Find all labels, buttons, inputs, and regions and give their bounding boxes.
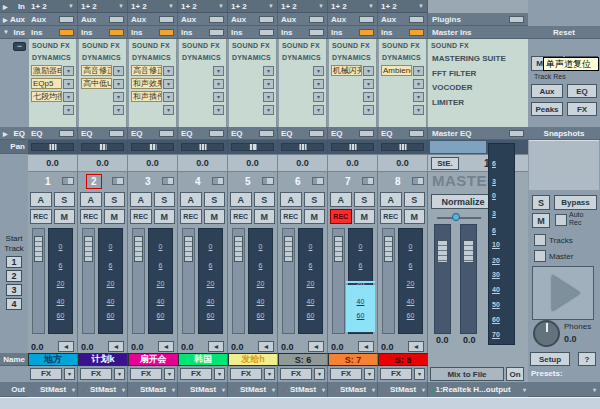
- sound-fx-header[interactable]: SOUND FX: [379, 40, 426, 52]
- chevron-down-icon[interactable]: ▾: [213, 105, 224, 115]
- plugin-slot[interactable]: ▾: [329, 103, 376, 116]
- channel-mini-toggle[interactable]: [162, 177, 174, 185]
- solo-button[interactable]: S: [404, 192, 426, 207]
- chevron-down-icon[interactable]: ▾: [164, 368, 175, 380]
- aux-toggle[interactable]: [159, 16, 174, 23]
- channel-mini-toggle[interactable]: [262, 177, 274, 185]
- input-routing-select[interactable]: 1+ 2 ▼: [178, 0, 228, 13]
- chevron-down-icon[interactable]: ▾: [64, 368, 75, 380]
- chevron-down-icon[interactable]: ▾: [263, 66, 274, 76]
- pan-handle[interactable]: [299, 144, 306, 150]
- chevron-down-icon[interactable]: ▾: [114, 368, 125, 380]
- plugin-slot[interactable]: ▾: [179, 103, 226, 116]
- plugin-slot[interactable]: ▾: [179, 77, 226, 90]
- volume-fader[interactable]: [182, 228, 195, 334]
- channel-mini-toggle[interactable]: [412, 177, 424, 185]
- channel-number[interactable]: 3: [140, 174, 156, 189]
- chevron-down-icon[interactable]: ▾: [113, 79, 124, 89]
- master-plugin-item[interactable]: FFT FILTER: [428, 67, 528, 82]
- mix-to-file-button[interactable]: Mix to File: [430, 367, 504, 381]
- master-fader-right[interactable]: [460, 224, 477, 334]
- input-routing-select[interactable]: 1+ 2 ▼: [228, 0, 278, 13]
- plugin-slot[interactable]: ▾: [329, 90, 376, 103]
- record-button[interactable]: REC: [230, 209, 252, 224]
- fader-handle[interactable]: [284, 236, 293, 262]
- plugin-slot[interactable]: 七段均衡 ▾: [29, 90, 76, 103]
- dynamics-header[interactable]: DYNAMICS: [129, 52, 176, 64]
- master-plugin-item[interactable]: MASTERING SUITE: [428, 52, 528, 67]
- input-routing-select[interactable]: 1+ 2 ▼: [28, 0, 78, 13]
- plugin-slot[interactable]: EQp5 ▾: [29, 77, 76, 90]
- arm-button[interactable]: A: [30, 192, 52, 207]
- volume-fader[interactable]: [82, 228, 95, 334]
- volume-fader[interactable]: [332, 228, 345, 334]
- arm-button[interactable]: A: [330, 192, 352, 207]
- pan-slider[interactable]: [281, 143, 324, 151]
- master-mute-button[interactable]: M: [532, 213, 550, 228]
- arm-button[interactable]: A: [280, 192, 302, 207]
- plugin-slot[interactable]: 激励器B ▾: [29, 64, 76, 77]
- fader-handle[interactable]: [134, 236, 143, 262]
- master-solo-button[interactable]: S: [532, 195, 550, 210]
- setup-button[interactable]: Setup: [530, 352, 570, 366]
- chevron-down-icon[interactable]: ▾: [363, 79, 374, 89]
- channel-number[interactable]: 6: [290, 174, 306, 189]
- chevron-down-icon[interactable]: ▾: [163, 66, 174, 76]
- volume-fader[interactable]: [32, 228, 45, 334]
- sidebar-item-eq[interactable]: ▶EQ: [0, 127, 28, 140]
- output-routing[interactable]: → StMast ▾: [228, 382, 278, 397]
- dynamics-header[interactable]: DYNAMICS: [229, 52, 276, 64]
- chevron-down-icon[interactable]: ▾: [63, 105, 74, 115]
- aux-toggle[interactable]: [359, 16, 374, 23]
- aux-toggle[interactable]: [59, 16, 74, 23]
- plugin-slot[interactable]: 机械闪亮 ▾: [329, 64, 376, 77]
- chevron-down-icon[interactable]: ▾: [313, 79, 324, 89]
- start-track-1-button[interactable]: 1: [6, 256, 22, 268]
- pan-slider[interactable]: [31, 143, 74, 151]
- plugin-slot[interactable]: ▾: [229, 77, 276, 90]
- mute-button[interactable]: M: [204, 209, 226, 224]
- chevron-down-icon[interactable]: ▾: [263, 105, 274, 115]
- ins-toggle[interactable]: [109, 29, 124, 36]
- aux-toggle[interactable]: [309, 16, 324, 23]
- eq-toggle[interactable]: [209, 130, 224, 137]
- plugin-slot[interactable]: Ambience ▾: [379, 64, 426, 77]
- eq-reset-button[interactable]: EQ: [567, 84, 597, 98]
- speaker-icon[interactable]: ◄: [108, 341, 124, 352]
- plugin-slot[interactable]: ▾: [229, 103, 276, 116]
- plugin-slot[interactable]: ▾: [179, 90, 226, 103]
- plugin-slot[interactable]: ▾: [179, 64, 226, 77]
- mute-button[interactable]: M: [154, 209, 176, 224]
- plugin-slot[interactable]: ▾: [29, 103, 76, 116]
- pan-slider[interactable]: [81, 143, 124, 151]
- aux-toggle[interactable]: [259, 16, 274, 23]
- fx-button[interactable]: FX: [280, 368, 312, 380]
- eq-toggle[interactable]: [309, 130, 324, 137]
- channel-mini-toggle[interactable]: [112, 177, 124, 185]
- speaker-icon[interactable]: ◄: [358, 341, 374, 352]
- chevron-down-icon[interactable]: ▾: [363, 92, 374, 102]
- ins-toggle[interactable]: [409, 29, 424, 36]
- plugin-slot[interactable]: ▾: [79, 90, 126, 103]
- fader-handle[interactable]: [463, 240, 474, 263]
- plugin-slot[interactable]: ▾: [329, 77, 376, 90]
- channel-number[interactable]: 2: [86, 174, 102, 189]
- mix-on-button[interactable]: On: [506, 367, 524, 381]
- sound-fx-header[interactable]: SOUND FX: [129, 40, 176, 52]
- fx-button[interactable]: FX: [380, 368, 412, 380]
- pan-handle[interactable]: [349, 144, 356, 150]
- peaks-reset-button[interactable]: Peaks: [531, 102, 563, 116]
- channel-number[interactable]: 1: [40, 174, 56, 189]
- sound-fx-header[interactable]: SOUND FX: [229, 40, 276, 52]
- plugin-slot[interactable]: ▾: [279, 103, 326, 116]
- eq-toggle[interactable]: [409, 130, 424, 137]
- speaker-icon[interactable]: ◄: [58, 341, 74, 352]
- arm-button[interactable]: A: [130, 192, 152, 207]
- chevron-down-icon[interactable]: ▾: [313, 92, 324, 102]
- aux-toggle[interactable]: [409, 16, 424, 23]
- aux-toggle[interactable]: [109, 16, 124, 23]
- sound-fx-header[interactable]: SOUND FX: [179, 40, 226, 52]
- chevron-down-icon[interactable]: ▾: [113, 66, 124, 76]
- record-button[interactable]: REC: [30, 209, 52, 224]
- ins-toggle[interactable]: [159, 29, 174, 36]
